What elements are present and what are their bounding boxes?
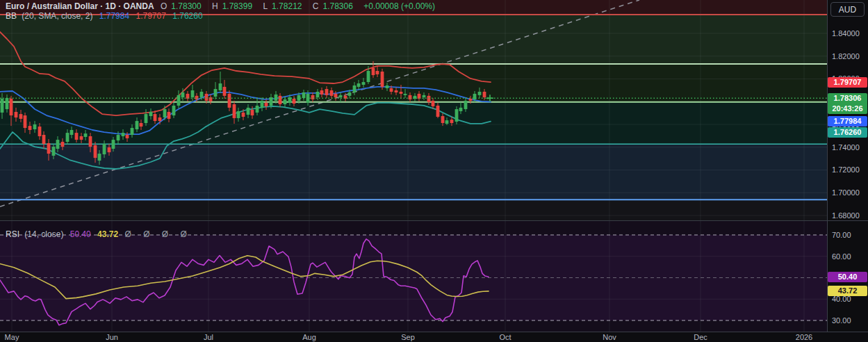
open-label: O	[161, 1, 167, 11]
currency-label: AUD	[839, 5, 856, 15]
time-axis-label-jul: Jul	[204, 333, 213, 341]
time-axis-label-sep: Sep	[401, 333, 415, 341]
last-price-badge: 1.7830620:43:26	[828, 93, 867, 114]
rsi-indicator-legend-row[interactable]: RSI (14, close) 50.40 43.72 Ø Ø Ø Ø	[6, 229, 196, 239]
rsi-ma-value-badge: 43.72	[828, 286, 867, 296]
price-tick-label: 1.84000	[832, 29, 860, 38]
close-label: C	[313, 1, 319, 11]
rsi-value: 50.40	[70, 229, 91, 239]
time-axis-label-dec: Dec	[694, 333, 707, 341]
bb-lower-value: 1.76260	[172, 11, 202, 21]
rsi-value-badge: 50.40	[828, 272, 867, 282]
time-axis-label-aug: Aug	[302, 333, 316, 341]
time-axis[interactable]: MayJunJulAugSepOctNovDec2026	[0, 332, 868, 342]
bb-indicator-legend-row[interactable]: BB (20, SMA, close, 2) 1.77984 1.79707 1…	[6, 11, 439, 21]
symbol-title: Euro / Australian Dollar · 1D · OANDA	[6, 1, 154, 11]
bb-basis-value: 1.77984	[99, 11, 129, 21]
price-zone-1	[0, 15, 827, 64]
bb-lower-badge: 1.76260	[828, 127, 867, 138]
price-tick-label: 1.70000	[832, 188, 860, 197]
price-legend: Euro / Australian Dollar · 1D · OANDA O1…	[6, 1, 439, 21]
currency-toggle-button[interactable]: AUD	[830, 2, 865, 17]
rsi-tick-label: 70.00	[832, 231, 851, 239]
rsi-tick-label: 60.00	[832, 252, 851, 261]
rsi-legend: RSI (14, close) 50.40 43.72 Ø Ø Ø Ø	[6, 229, 196, 239]
bb-upper-value: 1.79707	[136, 11, 165, 21]
price-tick-label: 1.74000	[832, 143, 860, 152]
bb-name: BB	[6, 11, 17, 21]
price-tick-label: 1.68000	[832, 211, 860, 220]
time-axis-label-jun: Jun	[106, 333, 118, 341]
time-axis-label-oct: Oct	[499, 333, 511, 341]
bb-params: (20, SMA, close, 2)	[22, 11, 92, 21]
rsi-tick-label: 30.00	[832, 316, 851, 325]
price-tick-label: 1.72000	[832, 165, 860, 174]
low-label: L	[263, 1, 268, 11]
open-value: 1.78300	[171, 1, 201, 11]
price-zone-3	[0, 102, 827, 144]
time-axis-label-may: May	[5, 333, 19, 341]
change-value: +0.00008 (+0.00%)	[363, 1, 435, 11]
low-value: 1.78212	[272, 1, 302, 11]
time-axis-label-nov: Nov	[603, 333, 616, 341]
rsi-params: (14, close)	[24, 229, 63, 239]
high-value: 1.78399	[222, 1, 252, 11]
price-zone-5	[0, 200, 827, 220]
price-zone-4	[0, 144, 827, 200]
rsi-hidden-plots: Ø Ø Ø Ø	[124, 229, 191, 239]
chart-canvas[interactable]	[0, 0, 868, 342]
bb-basis-badge: 1.77984	[828, 116, 867, 127]
rsi-ma-value: 43.72	[97, 229, 118, 239]
bb-upper-badge: 1.79707	[828, 77, 867, 88]
close-value: 1.78306	[323, 1, 353, 11]
high-label: H	[212, 1, 218, 11]
price-axis[interactable]: AUD 1.840001.820001.800001.780001.760001…	[827, 0, 868, 332]
time-axis-label-2026: 2026	[796, 333, 812, 341]
price-tick-label: 1.82000	[832, 52, 860, 60]
rsi-name: RSI	[6, 229, 19, 239]
tradingview-chart-window: Euro / Australian Dollar · 1D · OANDA O1…	[0, 0, 868, 342]
symbol-legend-row[interactable]: Euro / Australian Dollar · 1D · OANDA O1…	[6, 1, 439, 11]
